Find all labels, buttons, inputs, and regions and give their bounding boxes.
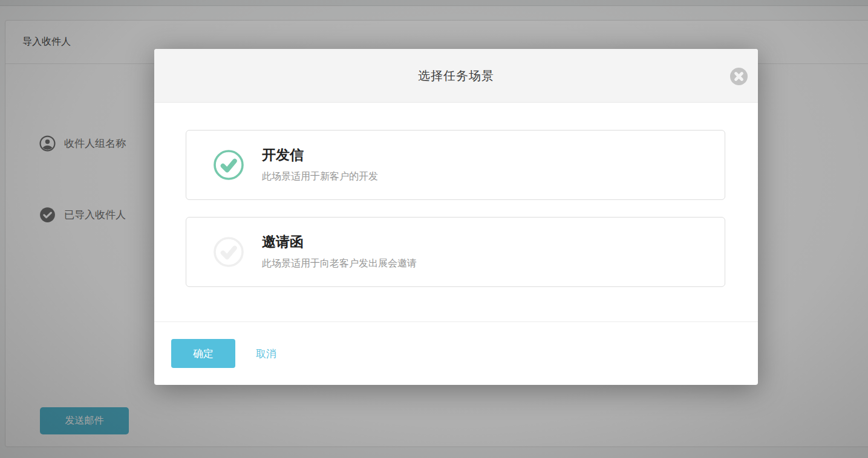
modal-header: 选择任务场景 — [154, 49, 758, 103]
cancel-link[interactable]: 取消 — [256, 347, 276, 361]
option-description: 此场景适用于新客户的开发 — [262, 170, 378, 183]
check-selected-icon — [213, 149, 244, 181]
close-icon[interactable] — [729, 67, 748, 86]
option-text: 开发信 此场景适用于新客户的开发 — [262, 147, 378, 183]
option-title: 邀请函 — [262, 234, 417, 251]
task-scenario-modal: 选择任务场景 开发信 此场景适用于新客户的开发 — [154, 49, 758, 385]
check-unselected-icon — [213, 236, 244, 268]
modal-body: 开发信 此场景适用于新客户的开发 邀请函 此场景适用于向老客户发出展会邀请 — [154, 103, 758, 321]
screen: 导入收件人 收件人组名称 已导入收件人 发送邮件 — [0, 0, 868, 458]
option-description: 此场景适用于向老客户发出展会邀请 — [262, 257, 417, 270]
confirm-button[interactable]: 确定 — [171, 339, 235, 368]
option-text: 邀请函 此场景适用于向老客户发出展会邀请 — [262, 234, 417, 270]
modal-footer: 确定 取消 — [154, 321, 758, 385]
option-title: 开发信 — [262, 147, 378, 164]
modal-title: 选择任务场景 — [418, 68, 494, 84]
option-card-invitation-letter[interactable]: 邀请函 此场景适用于向老客户发出展会邀请 — [186, 217, 725, 287]
option-card-development-letter[interactable]: 开发信 此场景适用于新客户的开发 — [186, 130, 725, 200]
